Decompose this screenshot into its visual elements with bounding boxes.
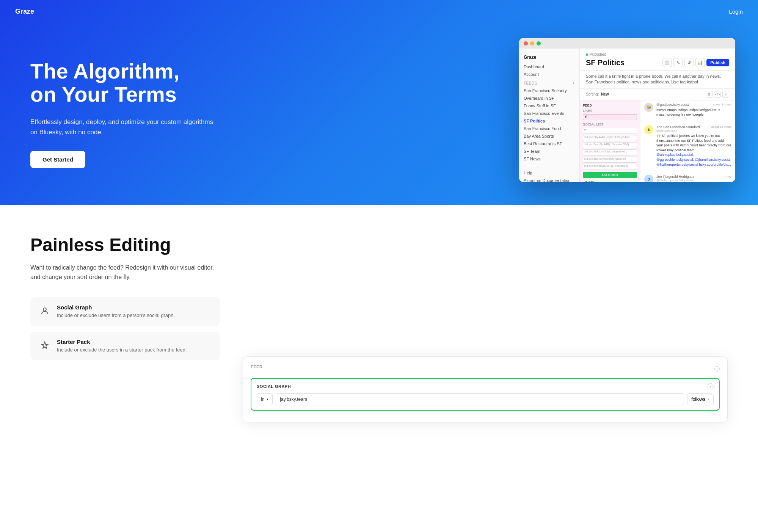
- sorting-label: Sorting: New: [586, 92, 609, 96]
- social-list-item-3: did:plc:ky3xbm36gld5nqlm7fe3o: [583, 149, 637, 155]
- user-input[interactable]: [276, 393, 684, 405]
- add-another-button[interactable]: Add Another: [583, 172, 637, 178]
- feed-title: SF Politics: [586, 58, 625, 67]
- stats-button[interactable]: 📊: [695, 58, 705, 67]
- feed-editor-header: FEED i: [251, 364, 720, 373]
- in-select[interactable]: in ▾: [257, 393, 273, 405]
- published-status: Published: [586, 52, 729, 56]
- feed-info-icon[interactable]: i: [714, 366, 720, 372]
- post-link-3[interactable]: @jhamilhan.bsky.social: [695, 158, 731, 162]
- view-toggle: ⊞ </> ⤢: [706, 91, 729, 98]
- feed-editor-inner: FEED i SOCIAL GRAPH i in ▾: [243, 357, 727, 422]
- social-graph-desc: Include or exclude users from a person's…: [57, 312, 175, 319]
- hero-title: The Algorithm, on Your Terms: [30, 60, 220, 106]
- post-author-3: Joe Fitzgerald Rodriguez: [656, 175, 694, 179]
- sorting-bar: Sorting: New ⊞ </> ⤢: [580, 89, 735, 100]
- hero-nav: Graze Login: [0, 0, 758, 23]
- hero-content: The Algorithm, on Your Terms Effortlessl…: [0, 0, 758, 205]
- post-link-5[interactable]: bsky.app/profile/did...: [699, 163, 731, 166]
- edit-button[interactable]: ✎: [673, 58, 683, 67]
- post-handle-2: sfstandard.com: [656, 129, 700, 132]
- posts-panel: 🐝 @gustbee.bsky.social about 9 hours #sv…: [640, 100, 735, 182]
- hero-section: Graze Login The Algorithm, on Your Terms…: [0, 0, 758, 205]
- social-graph-info-icon[interactable]: i: [708, 383, 714, 389]
- follows-select[interactable]: follows ▾: [687, 393, 714, 405]
- likes-input[interactable]: sf: [583, 114, 637, 120]
- feed-editor-label: FEED: [251, 364, 262, 369]
- share-button[interactable]: ⬜: [662, 58, 672, 67]
- sidebar-item-sf-food[interactable]: San Francisco Food: [519, 125, 579, 132]
- starter-pack-title: Starter Pack: [57, 339, 187, 345]
- site-logo: Graze: [15, 8, 34, 16]
- app-window-mockup: Graze Dashboard Account Feeds + San Fran…: [519, 38, 735, 182]
- post-link-2[interactable]: @ggreschler.bsky.social: [656, 158, 693, 162]
- in-chevron-icon: ▾: [267, 397, 268, 401]
- social-graph-feature-card: Social Graph Include or exclude users fr…: [30, 297, 220, 326]
- post-text-2: 🙌 SF political junkies we know you're ou…: [656, 133, 731, 167]
- social-list-item-4: did:plc:eh3wvydbr5ivnhgldcv5h: [583, 157, 637, 163]
- social-graph-editor-row: in ▾ follows ▾: [257, 393, 714, 405]
- post-header-1: @gustbee.bsky.social about 9 hours: [656, 103, 731, 107]
- post-link-1[interactable]: @anniepkus.bsky.social: [656, 153, 693, 157]
- section2-subtitle: Want to radically change the feed? Redes…: [30, 263, 220, 282]
- post-text-1: #svpol #nopol #dkpol #sfpol #migpol He i…: [656, 108, 731, 117]
- grid-view-icon[interactable]: ⊞: [706, 91, 712, 98]
- social-graph-icon: [38, 304, 52, 318]
- post-author-1: @gustbee.bsky.social: [656, 103, 689, 107]
- minimize-dot: [530, 41, 534, 46]
- sidebar-item-account[interactable]: Account: [519, 71, 579, 78]
- close-dot: [524, 41, 528, 46]
- post-time-3: 1 day: [724, 175, 731, 182]
- social-graph-editor-title: SOCIAL GRAPH: [257, 384, 291, 389]
- sidebar-item-sf-politics[interactable]: SF Politics: [519, 117, 579, 125]
- post-link-4[interactable]: @fitzthereporter.bsky.social: [656, 163, 698, 166]
- add-feed-icon[interactable]: +: [573, 81, 575, 85]
- starter-pack-icon: [38, 339, 52, 352]
- post-time-1: about 9 hours: [713, 103, 731, 107]
- post-item-3: J Joe Fitzgerald Rodriguez @fitztherepor…: [644, 175, 731, 182]
- sidebar-item-sf-events[interactable]: San Francisco Events: [519, 110, 579, 117]
- post-author-2: The San Francisco Standard: [656, 125, 700, 129]
- feed-description: Some call it a knife fight in a phone bo…: [580, 71, 735, 89]
- app-main-header: Published SF Politics ⬜ ✎ ↺ 📊 Publish: [580, 49, 735, 71]
- sidebar-item-help[interactable]: Help: [519, 169, 579, 177]
- sidebar-item-overheard[interactable]: Overheard in SF: [519, 94, 579, 102]
- sidebar-item-algo-doc[interactable]: Algorithm Documentation: [519, 177, 579, 182]
- post-header-3: Joe Fitzgerald Rodriguez @fitzthereporte…: [656, 175, 731, 182]
- social-graph-editor-header: SOCIAL GRAPH i: [257, 383, 714, 389]
- sidebar-item-sf-scenery[interactable]: San Francisco Scenery: [519, 87, 579, 94]
- post-avatar-1: 🐝: [644, 103, 653, 112]
- social-list-item-1: did:plc:phy4ot4Ujvgfier13bcy64m3: [583, 135, 637, 141]
- post-item-1: 🐝 @gustbee.bsky.social about 9 hours #sv…: [644, 103, 731, 121]
- section2-title: Painless Editing: [30, 235, 220, 255]
- social-list-select-1[interactable]: in: [583, 128, 637, 134]
- get-started-button[interactable]: Get Started: [30, 151, 85, 168]
- sidebar-item-funny[interactable]: Funny Stuff in SF: [519, 102, 579, 110]
- section2-blank: [243, 235, 728, 341]
- sidebar-item-dashboard[interactable]: Dashboard: [519, 63, 579, 71]
- app-sidebar: Graze Dashboard Account Feeds + San Fran…: [519, 49, 580, 182]
- post-handle-3: @fitzthereporter.bsky.social: [656, 179, 694, 182]
- maximize-dot: [537, 41, 541, 46]
- history-button[interactable]: ↺: [684, 58, 694, 67]
- social-list-item-2: did:plc:5em9hi4dRjut2mmoe0l24j: [583, 142, 637, 148]
- publish-button[interactable]: Publish: [706, 59, 729, 66]
- sidebar-item-bay-sports[interactable]: Bay Area Sports: [519, 132, 579, 140]
- post-avatar-2: S: [644, 125, 653, 134]
- starter-pack-feature-text: Starter Pack Include or exclude the user…: [57, 339, 187, 353]
- code-view-icon[interactable]: </>: [714, 91, 721, 98]
- sidebar-item-sf-news[interactable]: SF News: [519, 155, 579, 163]
- login-link[interactable]: Login: [729, 8, 743, 15]
- painless-editing-section: Painless Editing Want to radically chang…: [0, 205, 758, 453]
- hero-subtitle: Effortlessly design, deploy, and optimiz…: [30, 117, 220, 137]
- expand-icon[interactable]: ⤢: [722, 91, 729, 98]
- sidebar-item-best-restaurants[interactable]: Best Restaurants SF: [519, 140, 579, 148]
- hero-right: Graze Dashboard Account Feeds + San Fran…: [235, 30, 735, 182]
- published-dot: [586, 53, 588, 56]
- social-graph-editor-box: SOCIAL GRAPH i in ▾ follows ▾: [251, 378, 720, 411]
- starter-pack-desc: Include or exclude the users in a starte…: [57, 347, 187, 353]
- post-content-2: The San Francisco Standard sfstandard.co…: [656, 125, 731, 167]
- window-body: Graze Dashboard Account Feeds + San Fran…: [519, 49, 735, 182]
- sidebar-item-sf-team[interactable]: SF Team: [519, 148, 579, 155]
- hero-left: The Algorithm, on Your Terms Effortlessl…: [30, 44, 220, 168]
